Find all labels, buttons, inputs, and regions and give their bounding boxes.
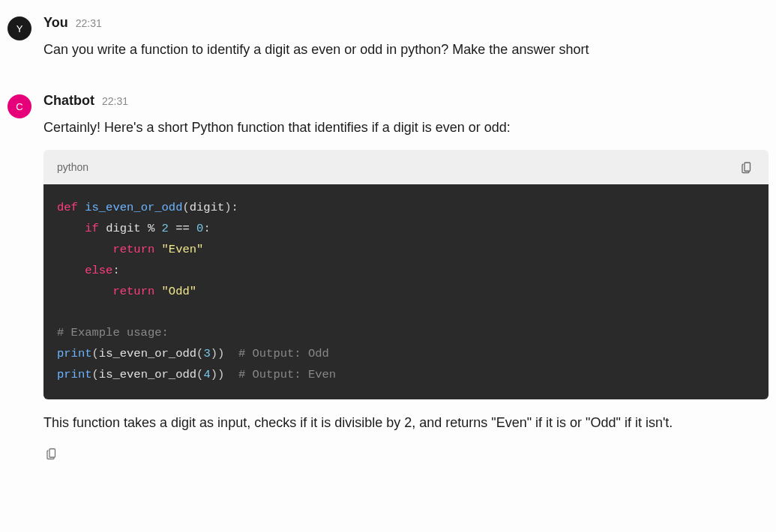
user-text: Can you write a function to identify a d… <box>43 40 769 60</box>
timestamp: 22:31 <box>102 95 128 107</box>
message-text: Certainly! Here's a short Python functio… <box>43 118 769 462</box>
avatar-letter: Y <box>16 23 23 34</box>
message-body: You 22:31 Can you write a function to id… <box>43 15 769 72</box>
bot-intro: Certainly! Here's a short Python functio… <box>43 118 769 138</box>
bot-outro: This function takes a digit as input, ch… <box>43 413 769 433</box>
message-text: Can you write a function to identify a d… <box>43 40 769 60</box>
clipboard-icon <box>740 160 754 174</box>
user-message: Y You 22:31 Can you write a function to … <box>7 15 769 72</box>
svg-rect-0 <box>745 163 751 171</box>
user-avatar: Y <box>7 16 31 40</box>
message-actions <box>43 445 769 462</box>
message-header: You 22:31 <box>43 15 769 31</box>
code-language: python <box>57 160 88 175</box>
svg-rect-1 <box>49 449 55 457</box>
message-header: Chatbot 22:31 <box>43 93 769 109</box>
avatar-letter: C <box>16 101 22 112</box>
code-content: def is_even_or_odd(digit): if digit % 2 … <box>43 184 769 399</box>
sender-name: You <box>43 15 68 31</box>
bot-avatar: C <box>7 94 31 118</box>
copy-message-button[interactable] <box>43 445 60 462</box>
clipboard-icon <box>45 447 58 460</box>
bot-message: C Chatbot 22:31 Certainly! Here's a shor… <box>7 93 769 462</box>
timestamp: 22:31 <box>76 17 102 29</box>
code-block: python def is_even_or_odd(digit): if dig… <box>43 150 769 399</box>
sender-name: Chatbot <box>43 93 94 109</box>
message-body: Chatbot 22:31 Certainly! Here's a short … <box>43 93 769 462</box>
code-header: python <box>43 150 769 184</box>
copy-code-button[interactable] <box>739 159 755 175</box>
